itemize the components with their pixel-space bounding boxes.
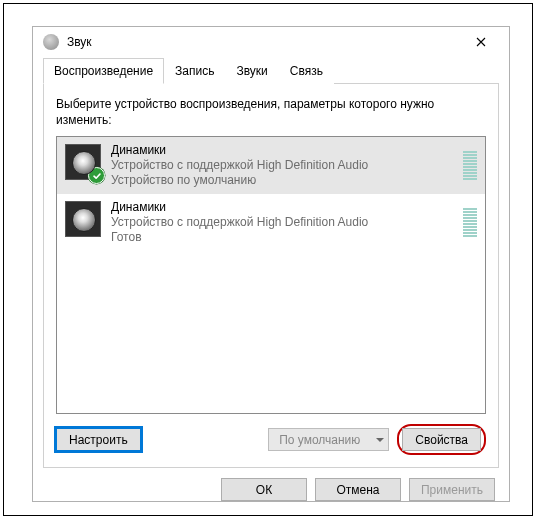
- prompt-text: Выберите устройство воспроизведения, пар…: [56, 96, 486, 128]
- window-title: Звук: [67, 35, 92, 49]
- chevron-down-icon: [376, 438, 384, 442]
- tab-buttons-row: Настроить По умолчанию Свойства: [56, 424, 486, 455]
- device-item[interactable]: Динамики Устройство с поддержкой High De…: [57, 137, 485, 194]
- titlebar: Звук: [33, 27, 509, 57]
- button-label: ОК: [256, 483, 272, 497]
- device-status: Устройство по умолчанию: [111, 173, 453, 188]
- device-item[interactable]: Динамики Устройство с поддержкой High De…: [57, 194, 485, 251]
- apply-button[interactable]: Применить: [409, 478, 495, 501]
- close-button[interactable]: [461, 28, 501, 56]
- dialog-buttons-row: ОК Отмена Применить: [33, 468, 509, 501]
- button-label: Свойства: [415, 433, 468, 447]
- device-status: Готов: [111, 230, 453, 245]
- button-label: Применить: [421, 483, 483, 497]
- default-check-icon: [88, 167, 105, 184]
- device-name: Динамики: [111, 200, 453, 215]
- button-label: Настроить: [69, 433, 128, 447]
- device-name: Динамики: [111, 143, 453, 158]
- tab-communications[interactable]: Связь: [279, 58, 334, 84]
- device-desc: Устройство с поддержкой High Definition …: [111, 215, 453, 230]
- button-label: Отмена: [336, 483, 379, 497]
- device-text: Динамики Устройство с поддержкой High De…: [111, 200, 453, 245]
- close-icon: [476, 37, 486, 47]
- device-list[interactable]: Динамики Устройство с поддержкой High De…: [56, 136, 486, 414]
- tab-label: Воспроизведение: [54, 64, 153, 78]
- properties-button[interactable]: Свойства: [402, 428, 481, 451]
- tab-label: Запись: [175, 64, 214, 78]
- set-default-dropdown[interactable]: По умолчанию: [268, 428, 389, 451]
- dropdown-label: По умолчанию: [279, 433, 360, 447]
- ok-button[interactable]: ОК: [221, 478, 307, 501]
- level-meter: [463, 144, 477, 180]
- device-text: Динамики Устройство с поддержкой High De…: [111, 143, 453, 188]
- speaker-device-icon: [65, 144, 101, 180]
- tab-sounds[interactable]: Звуки: [225, 58, 278, 84]
- tab-label: Связь: [290, 64, 323, 78]
- tab-playback[interactable]: Воспроизведение: [43, 58, 164, 84]
- tab-label: Звуки: [236, 64, 267, 78]
- cancel-button[interactable]: Отмена: [315, 478, 401, 501]
- outer-frame: Звук Воспроизведение Запись Звуки Связь …: [3, 3, 533, 516]
- speaker-app-icon: [43, 34, 59, 50]
- tab-recording[interactable]: Запись: [164, 58, 225, 84]
- tabs-container: Воспроизведение Запись Звуки Связь Выбер…: [33, 57, 509, 468]
- level-meter: [463, 201, 477, 237]
- tabstrip: Воспроизведение Запись Звуки Связь: [43, 57, 499, 84]
- annotation-highlight: Свойства: [397, 424, 486, 455]
- configure-button[interactable]: Настроить: [56, 428, 141, 451]
- sound-dialog: Звук Воспроизведение Запись Звуки Связь …: [32, 26, 510, 502]
- speaker-device-icon: [65, 201, 101, 237]
- device-desc: Устройство с поддержкой High Definition …: [111, 158, 453, 173]
- tab-page-playback: Выберите устройство воспроизведения, пар…: [43, 84, 499, 468]
